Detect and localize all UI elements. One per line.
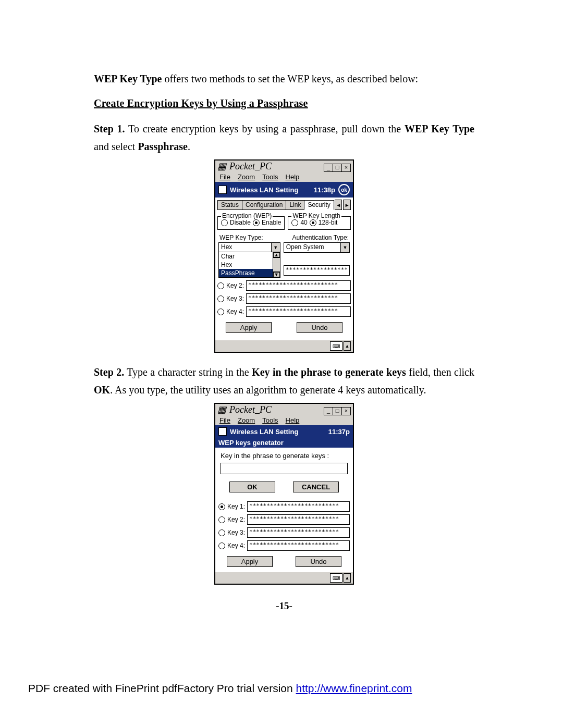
intro-bold: WEP Key Type bbox=[94, 73, 162, 84]
apply-button[interactable]: Apply bbox=[227, 556, 273, 567]
radio-key4[interactable] bbox=[217, 309, 224, 315]
undo-button[interactable]: Undo bbox=[296, 556, 341, 567]
page-number: -15- bbox=[94, 600, 474, 612]
app-title: Wireless LAN Setting bbox=[230, 186, 298, 194]
scroll-down-icon[interactable]: ▼ bbox=[273, 272, 280, 277]
sip-up-icon[interactable]: ▲ bbox=[344, 341, 351, 351]
radio-key3[interactable] bbox=[217, 295, 224, 302]
app-icon: ▦ bbox=[217, 161, 226, 172]
wep-key-type-label: WEP Key Type: bbox=[219, 234, 263, 241]
ok-button[interactable]: ok bbox=[338, 184, 350, 195]
scroll-up-icon[interactable]: ▲ bbox=[273, 252, 280, 257]
scroll-track[interactable] bbox=[273, 257, 280, 272]
minimize-button[interactable]: _ bbox=[324, 164, 333, 172]
keyboard-icon[interactable]: ⌨ bbox=[330, 341, 342, 351]
group-encryption-legend: Encryption (WEP) bbox=[221, 212, 273, 219]
key4-field[interactable]: ************************** bbox=[247, 540, 350, 551]
doc-icon bbox=[218, 186, 227, 194]
dropdown-item-passphrase[interactable]: PassPhrase bbox=[219, 269, 280, 277]
menu-tools[interactable]: Tools bbox=[262, 416, 278, 424]
step2-label: Step 2. bbox=[94, 366, 124, 378]
intro-paragraph: WEP Key Type offers two methods to set t… bbox=[94, 73, 474, 85]
tab-status[interactable]: Status bbox=[217, 200, 242, 210]
key1-field[interactable]: ************************** bbox=[247, 501, 350, 512]
window-titlebar[interactable]: ▦ Pocket_PC _□× bbox=[215, 161, 353, 172]
radio-key1[interactable] bbox=[218, 503, 225, 510]
doc-icon bbox=[218, 427, 227, 436]
group-keylength: WEP Key Length 40 128-bit bbox=[288, 216, 351, 230]
menu-bar: File Zoom Tools Help bbox=[215, 172, 353, 182]
clock: 11:37p bbox=[328, 428, 350, 436]
menu-zoom[interactable]: Zoom bbox=[238, 416, 255, 424]
maximize-button[interactable]: □ bbox=[333, 407, 342, 415]
wep-key-type-select[interactable]: Hex ▼ Char Hex PassPhrase ▲ ▼ bbox=[218, 242, 280, 276]
key2-field[interactable]: ************************** bbox=[247, 514, 350, 525]
radio-key2[interactable] bbox=[218, 516, 225, 523]
step1-paragraph: Step 1. To create encryption keys by usi… bbox=[94, 120, 474, 155]
chevron-down-icon[interactable]: ▼ bbox=[271, 243, 280, 252]
pdf-footer: PDF created with FinePrint pdfFactory Pr… bbox=[28, 682, 412, 695]
chevron-down-icon[interactable]: ▼ bbox=[340, 243, 349, 252]
app-title: Wireless LAN Setting bbox=[230, 428, 298, 436]
radio-key4[interactable] bbox=[218, 542, 225, 549]
menu-file[interactable]: File bbox=[219, 416, 230, 424]
fineprint-link[interactable]: http://www.fineprint.com bbox=[296, 682, 412, 694]
menu-file[interactable]: File bbox=[219, 173, 230, 181]
menu-zoom[interactable]: Zoom bbox=[238, 173, 255, 181]
menu-help[interactable]: Help bbox=[286, 173, 300, 181]
radio-key2[interactable] bbox=[217, 282, 224, 289]
window-title: Pocket_PC bbox=[229, 161, 272, 172]
key4-field[interactable]: ************************** bbox=[246, 306, 351, 317]
menu-help[interactable]: Help bbox=[286, 416, 300, 424]
window-titlebar[interactable]: ▦ Pocket_PC _□× bbox=[215, 404, 353, 415]
window-buttons[interactable]: _□× bbox=[324, 161, 351, 172]
tab-link[interactable]: Link bbox=[286, 200, 304, 210]
auth-type-select[interactable]: Open System ▼ ****************** bbox=[284, 242, 350, 276]
radio-40[interactable] bbox=[291, 219, 298, 226]
keyboard-icon[interactable]: ⌨ bbox=[330, 573, 342, 583]
clock: 11:38p bbox=[314, 186, 335, 194]
apply-button[interactable]: Apply bbox=[226, 322, 272, 333]
menu-tools[interactable]: Tools bbox=[262, 173, 278, 181]
step2-paragraph: Step 2. Type a character string in the K… bbox=[94, 363, 474, 399]
dropdown-scrollbar[interactable]: ▲ ▼ bbox=[273, 252, 280, 277]
minimize-button[interactable]: _ bbox=[324, 407, 333, 415]
app-header: Wireless LAN Setting 11:37p bbox=[215, 425, 353, 438]
tab-scroll-left[interactable]: ◄ bbox=[335, 200, 342, 210]
key3-field[interactable]: ************************** bbox=[246, 293, 351, 304]
group-keylength-legend: WEP Key Length bbox=[291, 212, 341, 219]
radio-key3[interactable] bbox=[218, 529, 225, 536]
radio-enable[interactable] bbox=[253, 219, 260, 226]
sip-up-icon[interactable]: ▲ bbox=[344, 573, 351, 583]
menu-bar: File Zoom Tools Help bbox=[215, 415, 353, 425]
app-icon: ▦ bbox=[217, 404, 226, 415]
key3-field[interactable]: ************************** bbox=[247, 527, 350, 538]
tab-scroll-right[interactable]: ► bbox=[343, 200, 351, 210]
ok-button[interactable]: OK bbox=[229, 482, 275, 492]
wep-key-type-dropdown: Char Hex PassPhrase ▲ ▼ bbox=[218, 252, 280, 278]
cancel-button[interactable]: CANCEL bbox=[293, 482, 339, 492]
app-header: Wireless LAN Setting 11:38p ok bbox=[215, 182, 353, 198]
dropdown-item-char[interactable]: Char bbox=[219, 252, 280, 261]
passphrase-prompt: Key in the phrase to generate keys : bbox=[221, 452, 348, 460]
undo-button[interactable]: Undo bbox=[297, 322, 342, 333]
pocketpc-window-step2: ▦ Pocket_PC _□× File Zoom Tools Help Wir… bbox=[214, 403, 354, 585]
maximize-button[interactable]: □ bbox=[333, 164, 342, 172]
subheader: WEP keys genetator bbox=[215, 438, 353, 448]
auth-type-value: Open System bbox=[284, 243, 340, 252]
wep-key-type-value: Hex bbox=[219, 243, 271, 252]
dropdown-item-hex[interactable]: Hex bbox=[219, 261, 280, 269]
tab-configuration[interactable]: Configuration bbox=[242, 200, 286, 210]
radio-128[interactable] bbox=[310, 219, 316, 226]
radio-disable[interactable] bbox=[221, 219, 228, 226]
tab-security[interactable]: Security bbox=[304, 200, 334, 210]
step1-label: Step 1. bbox=[94, 123, 125, 134]
pocketpc-window-step1: ▦ Pocket_PC _□× File Zoom Tools Help Wir… bbox=[214, 159, 354, 353]
key2-field[interactable]: ************************** bbox=[246, 280, 351, 291]
close-button[interactable]: × bbox=[341, 407, 351, 415]
passphrase-input[interactable] bbox=[221, 463, 348, 474]
key1-field-partial[interactable]: ****************** bbox=[284, 265, 350, 276]
tab-strip: Status Configuration Link Security ◄ ► bbox=[217, 200, 351, 210]
window-buttons[interactable]: _□× bbox=[324, 404, 351, 415]
close-button[interactable]: × bbox=[341, 164, 351, 172]
